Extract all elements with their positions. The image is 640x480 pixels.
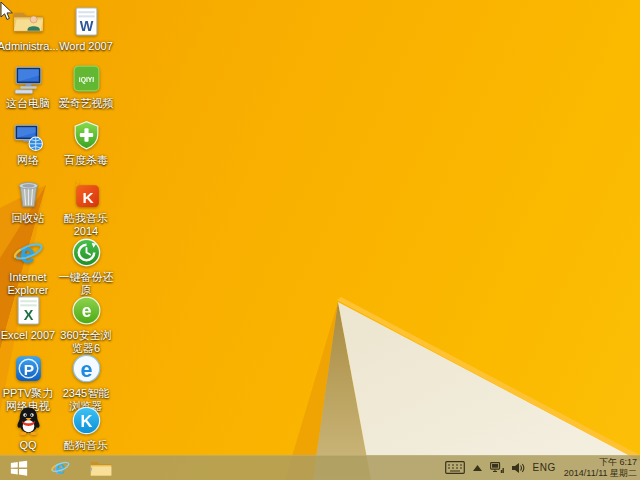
excel-icon: X [12, 294, 45, 327]
windows-logo-icon [9, 458, 29, 478]
clock[interactable]: 下午 6:17 2014/11/11 星期二 [564, 457, 637, 479]
ie-icon: e [12, 236, 45, 269]
word-icon: W [70, 5, 103, 38]
touch-keyboard-icon[interactable] [445, 461, 465, 474]
iqiyi-icon: iQIYI [70, 62, 103, 95]
taskbar: e [0, 455, 640, 480]
this-pc-icon [12, 62, 45, 95]
svg-text:e: e [19, 238, 34, 269]
desktop-icon-qq[interactable]: QQ [0, 404, 56, 452]
svg-text:e: e [54, 458, 64, 478]
recycle-bin-icon [12, 177, 45, 210]
svg-text:e: e [80, 357, 92, 382]
icon-label: 酷狗音乐 [64, 439, 108, 452]
desktop-icon-recycle-bin[interactable]: 回收站 [0, 177, 56, 225]
svg-text:W: W [79, 18, 93, 34]
volume-icon[interactable] [512, 462, 525, 474]
icon-label: 回收站 [12, 212, 45, 225]
clock-date: 2014/11/11 星期二 [564, 468, 637, 479]
kugou-music-icon: K [70, 404, 103, 437]
shield-icon [70, 119, 103, 152]
icon-label: 百度杀毒 [64, 154, 108, 167]
chevron-up-icon [473, 465, 482, 471]
icon-label: Administra... [0, 40, 59, 53]
administrator-folder-icon [12, 5, 45, 38]
svg-text:K: K [80, 412, 92, 430]
desktop-icon-backup-restore[interactable]: 一键备份还原 [58, 236, 114, 297]
show-hidden-icons-button[interactable] [473, 465, 482, 471]
backup-restore-clock-icon [70, 236, 103, 269]
desktop-icon-word-2007[interactable]: W Word 2007 [58, 5, 114, 53]
icon-label: Word 2007 [59, 40, 113, 53]
icon-label: Excel 2007 [1, 329, 55, 342]
kuwo-music-icon: K ♪ [70, 177, 103, 210]
mouse-cursor [0, 2, 14, 22]
network-icon [12, 119, 45, 152]
svg-text:P: P [23, 361, 33, 378]
icon-label: QQ [19, 439, 36, 452]
icon-label: 爱奇艺视频 [59, 97, 114, 110]
2345-browser-icon: e [70, 352, 103, 385]
clock-time: 下午 6:17 [564, 457, 637, 468]
icon-label: 这台电脑 [6, 97, 50, 110]
desktop-icon-iqiyi[interactable]: iQIYI 爱奇艺视频 [58, 62, 114, 110]
windows-desktop: Administra... W Word 2007 这台电脑 iQIYI 爱奇艺… [0, 0, 640, 480]
language-indicator[interactable]: ENG [533, 462, 556, 473]
desktop-icon-excel-2007[interactable]: X Excel 2007 [0, 294, 56, 342]
icon-label: 网络 [17, 154, 39, 167]
desktop-icon-kuwo-music[interactable]: K ♪ 酷我音乐 2014 [58, 177, 114, 238]
pptv-icon: P [12, 352, 45, 385]
desktop-icon-baidu-antivirus[interactable]: 百度杀毒 [58, 119, 114, 167]
svg-text:iQIYI: iQIYI [78, 76, 94, 84]
ie-icon: e [50, 457, 71, 478]
network-tray-icon[interactable] [490, 462, 504, 474]
file-explorer-icon [90, 459, 112, 477]
svg-text:K: K [82, 189, 94, 206]
desktop-icon-this-pc[interactable]: 这台电脑 [0, 62, 56, 110]
music-note: ♪ [74, 177, 79, 188]
taskbar-explorer-button[interactable] [88, 455, 114, 480]
icon-label: 酷我音乐 2014 [58, 212, 114, 238]
svg-text:e: e [81, 301, 91, 321]
qq-penguin-icon [12, 404, 45, 437]
taskbar-ie-button[interactable]: e [47, 455, 73, 480]
desktop-icon-internet-explorer[interactable]: e Internet Explorer [0, 236, 56, 297]
desktop-icon-kugou-music[interactable]: K 酷狗音乐 [58, 404, 114, 452]
start-button[interactable] [6, 455, 32, 480]
svg-text:X: X [23, 307, 33, 323]
360-browser-icon: e [70, 294, 103, 327]
desktop-icon-network[interactable]: 网络 [0, 119, 56, 167]
desktop-icon-360-browser[interactable]: e 360安全浏览器6 [58, 294, 114, 355]
